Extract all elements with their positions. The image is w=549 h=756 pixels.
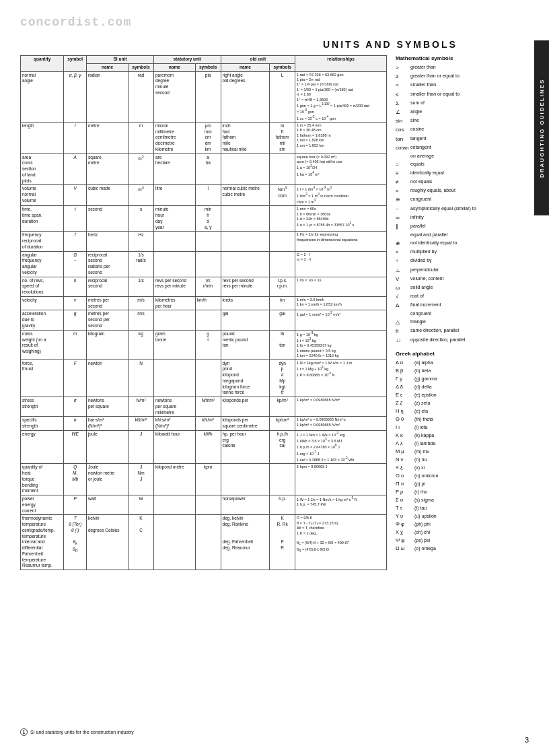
cell-si-sym: 1/s <box>129 277 154 296</box>
cell-si-sym: kg <box>129 330 154 359</box>
math-sym-item: ~ asymptotically equal (similar) to <box>396 205 530 213</box>
cell-relationships: 1 l = 1 dm3 = 10-3 m3 1 Nm3 = 1 m3 in no… <box>295 185 387 206</box>
cell-old-name <box>221 153 270 185</box>
cell-quantity: force,thrust <box>21 359 64 397</box>
cell-old-name: normal cubic metrecubic metre <box>221 185 270 206</box>
math-sym-item: congruent <box>396 310 530 317</box>
cell-quantity: no. of revs,speed ofrevolutions <box>21 277 64 296</box>
table-row: length l metre m micronmillimetrecentime… <box>21 122 387 153</box>
table-row: angularfrequencyangularvelocity Ω~ recip… <box>21 251 387 277</box>
cell-old-name <box>221 464 270 495</box>
cell-stat-sym <box>195 359 221 397</box>
math-sym-item: ≤ smaller than or equal to <box>396 91 530 98</box>
cell-old-name: deg. kelvindeg. Rankinedeg. Fahrenheitde… <box>221 515 270 570</box>
cell-symbol: n <box>64 277 86 296</box>
cell-old-name: gal <box>221 310 270 330</box>
greek-alphabet-list: Α α (a) alpha Β β (b) beta Γ γ (g) gamma… <box>396 359 530 553</box>
math-sym-item: ≅ congruent <box>396 196 530 203</box>
greek-item: Ξ ξ (x) xi <box>396 465 530 472</box>
greek-item: Θ θ (th) theta <box>396 416 530 423</box>
cell-relationships: 1 in = 25.4 mm 1 ft = 30.48 cm 1 fathom … <box>295 122 387 153</box>
cell-symbol: m <box>64 330 86 359</box>
col-si-unit: SI unit <box>86 56 153 64</box>
cell-quantity: energy <box>21 430 64 463</box>
cell-old-name: knots <box>221 296 270 310</box>
math-sym-item: ∥ parallel <box>396 223 530 230</box>
math-sym-item: = equals <box>396 161 530 168</box>
cell-si-name: kelvindegrees Celsius <box>86 515 128 570</box>
cell-stat-sym: kWh <box>195 430 221 463</box>
cell-si-name: watt <box>86 495 128 515</box>
cell-old-sym <box>270 251 295 277</box>
cell-relationships: R = 9/5 K θ = T - T₀ (T₀ = 273.15 K) Δθ … <box>295 515 387 570</box>
math-sym-item: ≥ greater than or equal to <box>396 73 530 80</box>
cell-old-name: dynpondkilopondmegapondkilogram forceton… <box>221 359 270 397</box>
main-table-area: quantity symbol SI unit statutory unit o… <box>20 55 387 570</box>
cell-stat-sym: r/sr/min <box>195 277 221 296</box>
table-row: powerenergycurrent P watt W horsepower h… <box>21 495 387 515</box>
cell-old-name: hp. per hourergcalorie <box>221 430 270 463</box>
cell-symbol: g <box>64 310 86 330</box>
cell-symbol: σ <box>64 397 86 417</box>
cell-old-sym: kp/cm² <box>270 417 295 431</box>
cell-stat-sym: kN/m² <box>195 417 221 431</box>
cell-stat-name <box>153 515 195 570</box>
math-sym-item: cotan cotangent <box>396 144 530 151</box>
math-sym-item: ≠ not equals <box>396 178 530 186</box>
cell-old-sym <box>270 232 295 251</box>
cell-quantity: accelerationdue togravity <box>21 310 64 330</box>
cell-si-sym: Hz <box>129 232 154 251</box>
table-row: quantity ofheattorquebendingmoment QM,Mb… <box>21 464 387 495</box>
cell-stat-sym: minhda, y <box>195 206 221 232</box>
cell-stat-name: kilowatt hour <box>153 430 195 463</box>
greek-item: Δ δ (d) delta <box>396 384 530 391</box>
cell-old-name: right angleold degrees <box>221 71 270 122</box>
cell-old-sym <box>270 153 295 185</box>
cell-old-sym: L <box>270 71 295 122</box>
cell-quantity: volumenormalvolume <box>21 185 64 206</box>
cell-relationships: 1 kp/m² = 0.0980665 N/m² <box>295 397 387 417</box>
greek-item: Ω ω (o) omega <box>396 545 530 553</box>
page-number: 3 <box>525 736 529 744</box>
cell-old-sym: lbton <box>270 330 295 359</box>
cell-old-sym: h.p. <box>270 495 295 515</box>
cell-quantity: quantity ofheattorquebendingmoment <box>21 464 64 495</box>
cell-old-name: kiloponds per <box>221 397 270 417</box>
table-row: stressstrength σ newtonsper square N/m² … <box>21 397 387 417</box>
math-sym-item: on average <box>396 153 530 160</box>
math-sym-item: √ root of <box>396 293 530 300</box>
cell-si-sym: m2 <box>129 153 154 185</box>
cell-old-sym: kp/m² <box>270 397 295 417</box>
logo: concordist.com <box>20 12 131 30</box>
cell-stat-name: micronmillimetrecentimetredecimetrekilom… <box>153 122 195 153</box>
cell-si-sym: m/s <box>129 310 154 330</box>
cell-si-name: Joulenewton metreor joule <box>86 464 128 495</box>
cell-stat-sym: gt <box>195 330 221 359</box>
table-row: force,thrust F newton N dynpondkilopondm… <box>21 359 387 397</box>
cell-si-sym: W <box>129 495 154 515</box>
cell-symbol: Ω~ <box>64 251 86 277</box>
table-row: normalangle α, β, γ radian rad parcmomde… <box>21 71 387 122</box>
sidebar-label-text: DRAUGHTING GUIDELINES <box>539 78 545 177</box>
cell-quantity: frequencyreciprocalof duration <box>21 232 64 251</box>
greek-item: Α α (a) alpha <box>396 359 530 367</box>
cell-quantity: specificstrength <box>21 417 64 431</box>
cell-quantity: stressstrength <box>21 397 64 417</box>
cell-stat-name: litre <box>153 185 195 206</box>
cell-stat-name <box>153 251 195 277</box>
cell-relationships: 1 rad = 57.296 = 63.662 gon 1 pia = 2π r… <box>295 71 387 122</box>
cell-si-sym: s <box>129 206 154 232</box>
cell-relationships: 1 gal = 1 cm/s² = 10-2 m/s² <box>295 310 387 330</box>
math-sym-item: > greater than <box>396 64 530 71</box>
cell-quantity: angularfrequencyangularvelocity <box>21 251 64 277</box>
cell-si-sym: kN/m² <box>129 417 154 431</box>
cell-stat-sym <box>195 495 221 515</box>
cell-si-sym: N/m² <box>129 397 154 417</box>
right-col: Mathematical symbols > greater than ≥ gr… <box>396 55 530 553</box>
cell-quantity: length <box>21 122 64 153</box>
cell-symbol: P <box>64 495 86 515</box>
cell-relationships: 1 Hz = 1/s for expressingfrequencies in … <box>295 232 387 251</box>
cell-stat-name: revs per secondrevs per minute <box>153 277 195 296</box>
col-stat-sym: symbols <box>195 63 221 71</box>
math-sym-item: ↓↓ opposite direction, parallel <box>396 337 530 344</box>
